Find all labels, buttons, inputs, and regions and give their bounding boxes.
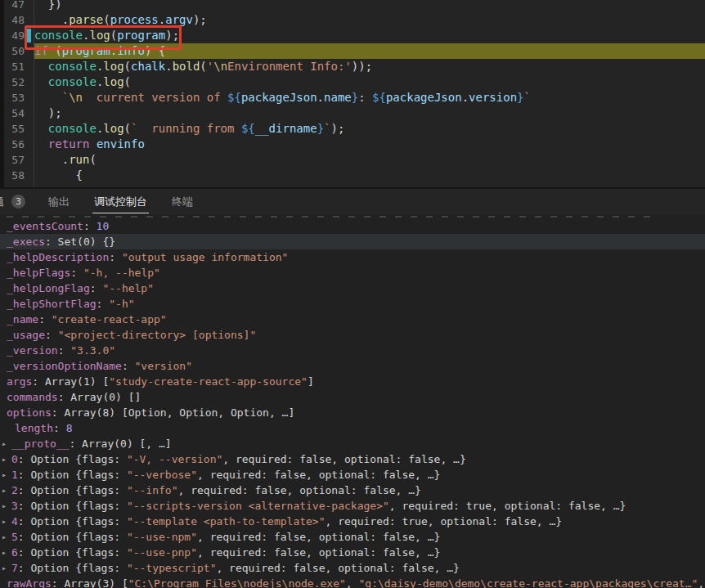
expand-arrow-icon[interactable]: ▸	[2, 560, 11, 576]
console-line[interactable]: ▸0: Option {flags: "-V, --version", requ…	[0, 451, 705, 467]
code-line[interactable]: 53 `\n current version of ${packageJson.…	[0, 90, 705, 105]
code-text: .run(	[34, 152, 705, 168]
console-line[interactable]: ▸3: Option {flags: "--scripts-version <a…	[0, 498, 705, 514]
tab-debug-console[interactable]: 调试控制台	[92, 191, 149, 213]
panel-tab-bar: 题 3 输出 调试控制台 终端	[0, 189, 705, 214]
code-line[interactable]: 54 );	[0, 105, 705, 121]
code-line[interactable]: 56 return envinfo	[0, 137, 705, 152]
console-line[interactable]: args: Array(1) ["study-create-react-app-…	[0, 374, 705, 389]
code-text: );	[34, 105, 705, 121]
console-line[interactable]: _helpFlags: "-h, --help"	[0, 265, 705, 281]
tab-output[interactable]: 输出	[47, 191, 71, 213]
console-lines: _eventsCount: 10_execs: Set(0) {}_helpDe…	[0, 218, 705, 588]
console-line[interactable]: rawArgs: Array(3) ["C:\Program Files\nod…	[0, 576, 705, 588]
console-line[interactable]: _helpLongFlag: "--help"	[0, 281, 705, 296]
expand-arrow-icon[interactable]: ▸	[2, 467, 11, 483]
expand-arrow-icon[interactable]: ▸	[2, 529, 11, 545]
console-line[interactable]: _usage: "<project-directory> [options]"	[0, 327, 705, 343]
console-line[interactable]: ▸7: Option {flags: "--typescript", requi…	[0, 560, 705, 576]
console-line[interactable]: options: Array(8) [Option, Option, Optio…	[0, 405, 705, 420]
console-line[interactable]: _eventsCount: 10	[0, 218, 705, 234]
annotation-red-box	[25, 25, 182, 50]
problems-count-badge: 3	[11, 195, 25, 209]
console-line[interactable]: _versionOptionName: "version"	[0, 358, 705, 374]
console-line[interactable]: commands: Array(0) []	[0, 389, 705, 405]
expand-arrow-icon[interactable]: ▸	[2, 545, 11, 560]
line-number[interactable]: 51	[0, 59, 34, 74]
console-line[interactable]: _name: "create-react-app"	[0, 312, 705, 327]
tab-problems-clipped[interactable]: 题	[0, 195, 4, 209]
expand-arrow-icon[interactable]: ▸	[2, 498, 11, 514]
line-number[interactable]: 57	[0, 152, 34, 168]
tab-terminal[interactable]: 终端	[170, 191, 195, 213]
line-number[interactable]: 52	[0, 74, 34, 90]
console-line[interactable]: ▸6: Option {flags: "--use-pnp", required…	[0, 545, 705, 560]
console-line[interactable]: _execs: Set(0) {}	[0, 234, 705, 249]
debug-console-output[interactable]: _eventsCount: 10_execs: Set(0) {}_helpDe…	[0, 216, 705, 588]
code-text: console.log(	[34, 74, 705, 90]
console-line[interactable]: _version: "3.3.0"	[0, 343, 705, 358]
console-line[interactable]: ▸4: Option {flags: "--template <path-to-…	[0, 514, 705, 529]
console-line[interactable]: ▸__proto__: Array(0) [, …]	[0, 436, 705, 451]
console-line[interactable]: _helpShortFlag: "-h"	[0, 296, 705, 312]
line-number[interactable]: 54	[0, 105, 34, 121]
clipped-scrolled-line	[7, 216, 656, 218]
expand-arrow-icon[interactable]: ▸	[2, 483, 11, 498]
code-editor[interactable]: 47 })48 .parse(process.argv);49console.l…	[0, 0, 705, 187]
console-line[interactable]: _helpDescription: "output usage informat…	[0, 249, 705, 265]
code-line[interactable]: 58 {	[0, 168, 705, 183]
line-number[interactable]: 58	[0, 168, 34, 183]
code-line[interactable]: 51 console.log(chalk.bold('\nEnvironment…	[0, 59, 705, 74]
console-line[interactable]: length: 8	[0, 420, 705, 436]
code-line[interactable]: 55 console.log(` running from ${__dirnam…	[0, 121, 705, 137]
code-line[interactable]: 52 console.log(	[0, 74, 705, 90]
line-number[interactable]: 47	[0, 0, 34, 12]
line-number[interactable]: 56	[0, 137, 34, 152]
code-text: `\n current version of ${packageJson.nam…	[34, 90, 705, 105]
code-text: {	[34, 168, 705, 183]
code-line[interactable]: 47 })	[0, 0, 705, 12]
code-line[interactable]: 57 .run(	[0, 152, 705, 168]
console-line[interactable]: ▸1: Option {flags: "--verbose", required…	[0, 467, 705, 483]
line-number[interactable]: 55	[0, 121, 34, 137]
bottom-panel: 题 3 输出 调试控制台 终端 _eventsCount: 10_execs: …	[0, 187, 705, 588]
console-line[interactable]: ▸2: Option {flags: "--info", required: f…	[0, 483, 705, 498]
code-text: return envinfo	[34, 137, 705, 152]
code-text: })	[34, 0, 705, 12]
line-number[interactable]: 53	[0, 90, 34, 105]
code-text: console.log(chalk.bold('\nEnvironment In…	[34, 59, 705, 74]
console-line[interactable]: ▸5: Option {flags: "--use-npm", required…	[0, 529, 705, 545]
expand-arrow-icon[interactable]: ▸	[2, 451, 11, 467]
expand-arrow-icon[interactable]: ▸	[2, 514, 11, 529]
vscode-window: 47 })48 .parse(process.argv);49console.l…	[0, 0, 705, 588]
expand-arrow-icon[interactable]: ▸	[2, 436, 11, 451]
code-text: console.log(` running from ${__dirname}`…	[34, 121, 705, 137]
